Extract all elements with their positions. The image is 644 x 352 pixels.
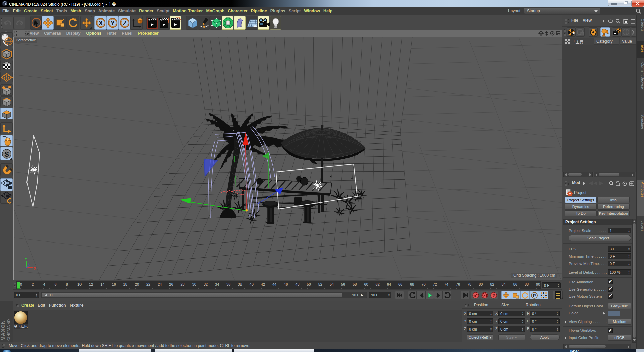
svg-text:Z: Z — [28, 262, 30, 266]
svg-text:Y: Y — [25, 257, 28, 261]
svg-text:?: ? — [492, 293, 495, 298]
svg-text:X: X — [99, 19, 103, 27]
svg-text:P: P — [533, 293, 536, 298]
svg-text:X: X — [34, 266, 36, 270]
svg-text:Y: Y — [111, 19, 115, 27]
svg-text:S: S — [4, 150, 9, 158]
svg-text:Z: Z — [123, 19, 127, 27]
